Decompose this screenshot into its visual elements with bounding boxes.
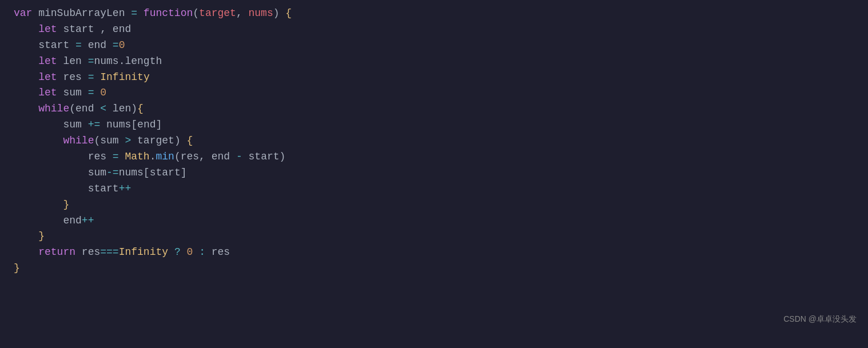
code-editor: var minSubArrayLen = function(target, nu… [0,0,868,331]
code-line-14: end++ [11,213,868,229]
code-line-8: sum += nums[end] [11,117,868,133]
code-line-5: let res = Infinity [11,70,868,86]
code-line-1: var minSubArrayLen = function(target, nu… [11,6,868,22]
code-line-10: res = Math.min(res, end - start) [11,149,868,165]
code-line-11: sum-=nums[start] [11,165,868,181]
code-line-15: } [11,229,868,245]
code-line-9: while(sum > target) { [11,133,868,149]
code-line-4: let len =nums.length [11,54,868,70]
code-line-7: while(end < len){ [11,101,868,117]
code-line-6: let sum = 0 [11,85,868,101]
footer-text: CSDN @卓卓没头发 [783,313,857,326]
code-line-17: } [11,261,868,277]
code-line-13: } [11,197,868,213]
code-line-12: start++ [11,181,868,197]
code-line-2: let start , end [11,22,868,38]
code-line-3: start = end =0 [11,38,868,54]
code-line-16: return res===Infinity ? 0 : res [11,245,868,261]
